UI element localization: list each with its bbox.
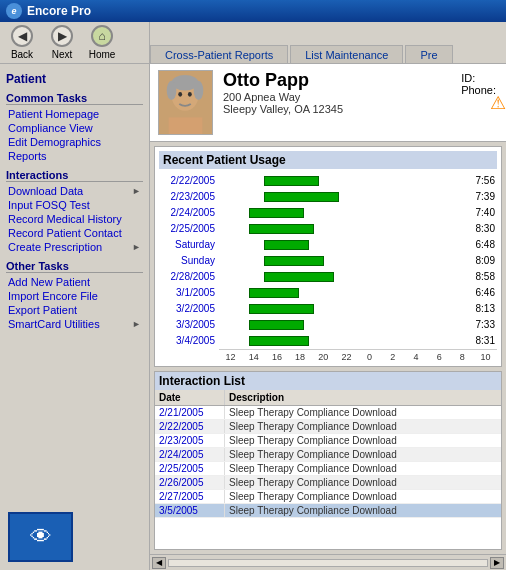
sidebar-item-compliance-view[interactable]: Compliance View bbox=[6, 121, 143, 135]
tab-pre[interactable]: Pre bbox=[405, 45, 452, 63]
svg-point-3 bbox=[167, 81, 177, 100]
sidebar-item-reports[interactable]: Reports bbox=[6, 149, 143, 163]
svg-point-5 bbox=[178, 92, 182, 97]
chart-body: 2/22/20057:562/23/20057:392/24/20057:402… bbox=[159, 173, 497, 348]
scroll-left-button[interactable]: ◀ bbox=[152, 557, 166, 569]
svg-rect-7 bbox=[169, 117, 203, 135]
interaction-list: Interaction List Date Description 2/21/2… bbox=[154, 371, 502, 550]
interaction-list-title: Interaction List bbox=[155, 372, 501, 390]
svg-point-6 bbox=[188, 92, 192, 97]
sidebar-patient-label: Patient bbox=[6, 72, 143, 86]
bottom-scrollbar[interactable]: ◀ ▶ bbox=[150, 554, 506, 570]
section-interactions: Interactions bbox=[6, 169, 143, 182]
chart-row: 3/2/20058:13 bbox=[159, 301, 497, 316]
chart-row: 2/23/20057:39 bbox=[159, 189, 497, 204]
list-item[interactable]: 3/5/2005Sleep Therapy Compliance Downloa… bbox=[155, 504, 501, 518]
sidebar-item-input-fosq[interactable]: Input FOSQ Test bbox=[6, 198, 143, 212]
section-common-tasks: Common Tasks bbox=[6, 92, 143, 105]
chart-row: Saturday6:48 bbox=[159, 237, 497, 252]
app-title: Encore Pro bbox=[27, 4, 91, 18]
scroll-track[interactable] bbox=[168, 559, 488, 567]
list-item[interactable]: 2/27/2005Sleep Therapy Compliance Downlo… bbox=[155, 490, 501, 504]
sidebar-item-add-new-patient[interactable]: Add New Patient bbox=[6, 275, 143, 289]
col-date-header: Date bbox=[155, 390, 225, 405]
sidebar-item-export-patient[interactable]: Export Patient bbox=[6, 303, 143, 317]
list-body: 2/21/2005Sleep Therapy Compliance Downlo… bbox=[155, 406, 501, 549]
usage-chart: Recent Patient Usage 2/22/20057:562/23/2… bbox=[154, 146, 502, 367]
chart-row: 3/4/20058:31 bbox=[159, 333, 497, 348]
app-logo: e bbox=[6, 3, 22, 19]
usage-chart-title: Recent Patient Usage bbox=[159, 151, 497, 169]
col-desc-header: Description bbox=[225, 390, 501, 405]
tab-list-maintenance[interactable]: List Maintenance bbox=[290, 45, 403, 63]
warning-icon: ⚠ bbox=[490, 92, 506, 114]
patient-header: Otto Papp 200 Apnea Way Sleepy Valley, O… bbox=[150, 64, 506, 142]
back-button[interactable]: ◀ Back bbox=[6, 25, 38, 60]
list-item[interactable]: 2/22/2005Sleep Therapy Compliance Downlo… bbox=[155, 420, 501, 434]
tab-cross-patient-reports[interactable]: Cross-Patient Reports bbox=[150, 45, 288, 63]
chart-row: 2/28/20058:58 bbox=[159, 269, 497, 284]
list-item[interactable]: 2/24/2005Sleep Therapy Compliance Downlo… bbox=[155, 448, 501, 462]
sidebar-item-record-medical[interactable]: Record Medical History bbox=[6, 212, 143, 226]
sidebar-item-download-data[interactable]: Download Data► bbox=[6, 184, 143, 198]
chart-row: 2/22/20057:56 bbox=[159, 173, 497, 188]
sidebar-item-edit-demographics[interactable]: Edit Demographics bbox=[6, 135, 143, 149]
chart-row: 2/25/20058:30 bbox=[159, 221, 497, 236]
sidebar-item-import-encore[interactable]: Import Encore File bbox=[6, 289, 143, 303]
patient-avatar bbox=[158, 70, 213, 135]
list-item[interactable]: 2/25/2005Sleep Therapy Compliance Downlo… bbox=[155, 462, 501, 476]
sidebar: Patient Common Tasks Patient Homepage Co… bbox=[0, 64, 150, 570]
scroll-right-button[interactable]: ▶ bbox=[490, 557, 504, 569]
section-other-tasks: Other Tasks bbox=[6, 260, 143, 273]
next-button[interactable]: ▶ Next bbox=[46, 25, 78, 60]
svg-point-4 bbox=[194, 81, 204, 100]
chart-row: 3/1/20056:46 bbox=[159, 285, 497, 300]
sidebar-item-smartcard[interactable]: SmartCard Utilities► bbox=[6, 317, 143, 331]
sidebar-item-record-patient[interactable]: Record Patient Contact bbox=[6, 226, 143, 240]
list-item[interactable]: 2/26/2005Sleep Therapy Compliance Downlo… bbox=[155, 476, 501, 490]
list-item[interactable]: 2/21/2005Sleep Therapy Compliance Downlo… bbox=[155, 406, 501, 420]
list-header: Date Description bbox=[155, 390, 501, 406]
chart-row: 3/3/20057:33 bbox=[159, 317, 497, 332]
patient-city: Sleepy Valley, OA 12345 bbox=[223, 103, 498, 115]
chart-axis: 1214161820220246810 bbox=[219, 349, 497, 362]
chart-row: Sunday8:09 bbox=[159, 253, 497, 268]
sidebar-logo: 👁 bbox=[8, 512, 73, 562]
list-item[interactable]: 2/23/2005Sleep Therapy Compliance Downlo… bbox=[155, 434, 501, 448]
patient-info: Otto Papp 200 Apnea Way Sleepy Valley, O… bbox=[223, 70, 498, 115]
sidebar-item-patient-homepage[interactable]: Patient Homepage bbox=[6, 107, 143, 121]
patient-name: Otto Papp bbox=[223, 70, 498, 91]
content-area: Otto Papp 200 Apnea Way Sleepy Valley, O… bbox=[150, 64, 506, 570]
patient-address: 200 Apnea Way bbox=[223, 91, 498, 103]
chart-row: 2/24/20057:40 bbox=[159, 205, 497, 220]
home-button[interactable]: ⌂ Home bbox=[86, 25, 118, 60]
title-bar: e Encore Pro bbox=[0, 0, 506, 22]
sidebar-item-create-prescription[interactable]: Create Prescription► bbox=[6, 240, 143, 254]
